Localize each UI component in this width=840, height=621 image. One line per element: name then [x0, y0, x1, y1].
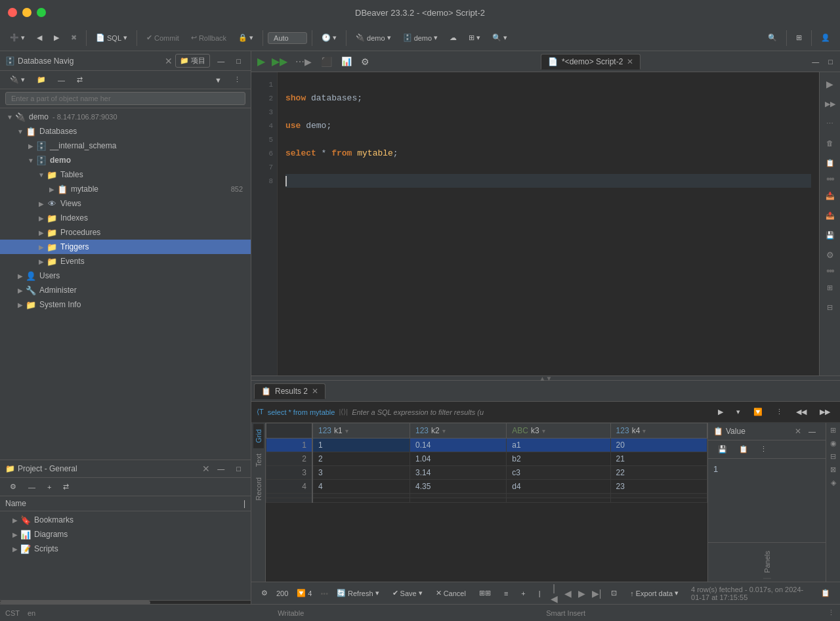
collapse-button[interactable]: — [53, 74, 70, 86]
avatar-button[interactable]: 👤 [816, 32, 835, 44]
db-nav-close-button[interactable]: ✕ [165, 56, 173, 66]
filter-options-button[interactable]: ▾ [732, 406, 745, 418]
cell-k1[interactable]: 3 [312, 466, 410, 480]
filter-button[interactable]: ▼ [210, 74, 226, 86]
rollback-button[interactable]: ↩ Rollback [186, 32, 231, 44]
tree-item-procedures[interactable]: ▶ 📁 Procedures [0, 225, 251, 240]
layout-button[interactable]: ⊞ ▾ [464, 32, 485, 44]
table-row[interactable]: 1 1 0.14 a1 20 [266, 439, 707, 452]
maximize-button[interactable] [37, 8, 46, 17]
cell-k2[interactable]: 4.35 [410, 480, 506, 494]
project-item-bookmarks[interactable]: ▶ 🔖 Bookmarks [0, 513, 251, 527]
run-selected-button[interactable]: ⋯ [821, 114, 839, 133]
link-button[interactable]: ⇄ [72, 74, 87, 86]
refresh-button[interactable]: 🔄 Refresh ▾ [332, 587, 384, 599]
col-k1-header[interactable]: 123 k1 ▾ [312, 423, 410, 439]
tree-item-demo-conn[interactable]: ▼ 🔌 demo - 8.147.106.87:9030 [0, 110, 251, 124]
cell-k2[interactable]: 3.14 [410, 466, 506, 480]
filter-settings-button[interactable]: ⋮ [771, 406, 788, 418]
far-right-btn4[interactable]: ⊠ [828, 463, 839, 475]
clear-button[interactable]: 🗑 [821, 134, 839, 152]
new-folder-button[interactable]: 📁 [32, 74, 51, 86]
run-script-button[interactable]: ▶▶ [268, 54, 291, 68]
filter-side-button[interactable]: ⊟ [821, 298, 839, 316]
far-right-btn5[interactable]: ◈ [828, 477, 839, 488]
connect-button[interactable]: 🔌 ▾ [5, 74, 30, 86]
tree-item-users[interactable]: ▶ 👤 Users [0, 268, 251, 283]
horizontal-splitter[interactable]: ▲ ▼ [251, 375, 840, 381]
back-button[interactable]: ◀ [32, 32, 47, 44]
run-all-side-button[interactable]: ▶▶ [821, 95, 839, 113]
tree-item-events[interactable]: ▶ 📁 Events [0, 254, 251, 268]
project-add-button[interactable]: + [43, 481, 56, 493]
tree-item-databases[interactable]: ▼ 📋 Databases [0, 124, 251, 139]
bottom-settings-button[interactable]: ⚙ [257, 587, 272, 599]
close-button[interactable] [8, 8, 17, 17]
grid-view-button[interactable]: ⊞ [791, 32, 807, 44]
project-link-button[interactable]: ⇄ [58, 481, 74, 493]
project-remove-button[interactable]: — [24, 481, 40, 493]
project-minimize-button[interactable]: — [213, 463, 229, 475]
col-k2-header[interactable]: 123 k2 ▾ [410, 423, 506, 439]
cell-k2[interactable]: 1.04 [410, 452, 506, 466]
cell-k4[interactable]: 20 [610, 439, 707, 452]
results-tab-2[interactable]: 📋 Results 2 ✕ [254, 383, 326, 399]
value-panel-close[interactable]: ✕ [795, 427, 801, 435]
filter-rows-button[interactable]: 🔽 4 [292, 587, 316, 599]
settings-editor-button[interactable]: ⚙ [356, 54, 374, 69]
explain-button[interactable]: 📊 [337, 54, 356, 68]
tree-item-administer[interactable]: ▶ 🔧 Administer [0, 283, 251, 297]
results-tab-close[interactable]: ✕ [312, 387, 318, 395]
col-k4-header[interactable]: 123 k4 ▾ [610, 423, 707, 439]
project-item-scripts[interactable]: ▶ 📝 Scripts [0, 542, 251, 556]
export-side-button[interactable]: 📤 [821, 206, 839, 225]
forward-button[interactable]: ▶ [49, 32, 64, 44]
cloud-button[interactable]: ☁ [445, 32, 461, 44]
stop-button[interactable]: ✖ [66, 32, 81, 44]
new-button[interactable]: ➕ ▾ [5, 32, 30, 44]
format-all-button[interactable]: ⊞⊞ [474, 587, 495, 599]
far-right-btn2[interactable]: ◉ [828, 437, 839, 449]
format-button2[interactable]: ≡ [499, 588, 513, 599]
tree-item-views[interactable]: ▶ 👁 Views [0, 196, 251, 211]
table-row[interactable]: 4 4 4.35 d4 23 [266, 480, 707, 494]
object-search-input[interactable] [5, 92, 245, 105]
grid-view-tab[interactable]: Grid [253, 424, 264, 448]
table-side-button[interactable]: ⊞ [821, 278, 839, 297]
tree-item-triggers[interactable]: ▶ 📁 Triggers [0, 240, 251, 254]
search-button[interactable]: 🔍 [763, 32, 782, 44]
tree-item-indexes[interactable]: ▶ 📁 Indexes [0, 211, 251, 225]
cell-k1[interactable]: 2 [312, 452, 410, 466]
nav-prev-button[interactable]: ◀◀ [791, 406, 811, 418]
save-value-button[interactable]: 💾 [713, 443, 732, 456]
nav-next-button[interactable]: ▶▶ [815, 406, 835, 418]
next-page-button[interactable]: ▶ [577, 588, 587, 599]
more-value-button[interactable]: ⋮ [755, 443, 772, 456]
run-filter-button[interactable]: ▶ [713, 406, 728, 418]
project-settings-button[interactable]: ⚙ [5, 481, 21, 493]
far-right-btn3[interactable]: ⊟ [828, 450, 839, 462]
apply-filter-button[interactable]: 🔽 [749, 406, 767, 418]
table-row[interactable]: 2 2 1.04 b2 21 [266, 452, 707, 466]
minimize-panel-button[interactable]: — [213, 55, 229, 67]
results-grid[interactable]: 123 k1 ▾ 123 k2 [266, 423, 707, 582]
text-view-tab[interactable]: Text [253, 448, 264, 472]
menu-button[interactable]: ⋮ [229, 74, 245, 86]
cell-k4[interactable]: 22 [610, 466, 707, 480]
db-selector[interactable]: 🔌 demo ▾ [351, 32, 396, 44]
history-button[interactable]: 🕐 ▾ [317, 32, 341, 44]
record-view-tab[interactable]: Record [253, 472, 264, 505]
project-maximize-button[interactable]: □ [232, 463, 245, 475]
open-editor-button[interactable]: ⊡ [606, 587, 621, 599]
project-tab-button[interactable]: 📁 项目 [175, 54, 210, 68]
cell-k1[interactable]: 4 [312, 480, 410, 494]
settings-side-button[interactable]: ⚙ [821, 246, 839, 264]
editor-tab-close[interactable]: ✕ [627, 58, 633, 66]
editor-maximize-button[interactable]: □ [824, 56, 837, 68]
minimize-button[interactable] [22, 8, 32, 17]
run-part-button[interactable]: ⋯▶ [291, 54, 316, 69]
add-row-button[interactable]: + [516, 588, 530, 599]
save-results-button[interactable]: ✔ Save ▾ [388, 587, 427, 599]
last-page-button[interactable]: ▶| [591, 588, 603, 599]
run-side-button[interactable]: ▶ [821, 75, 839, 93]
